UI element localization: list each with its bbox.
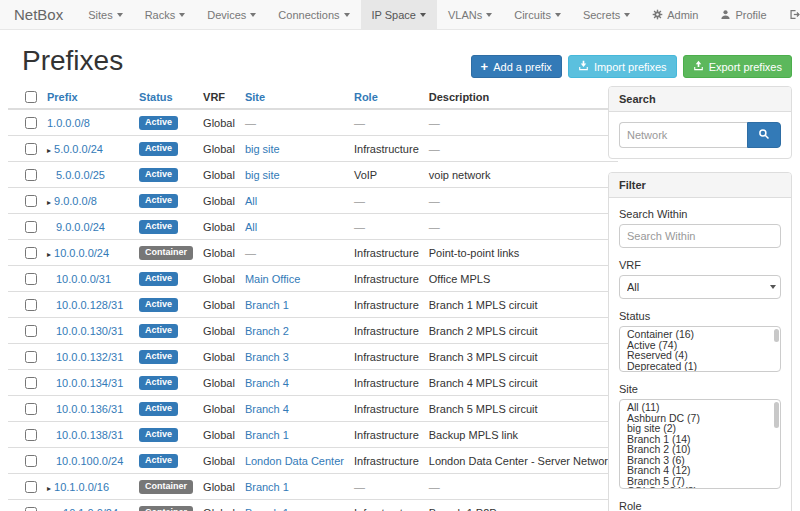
- row-checkbox[interactable]: [25, 429, 37, 441]
- empty-value: —: [354, 195, 365, 207]
- site-link[interactable]: big site: [245, 143, 280, 155]
- prefix-link[interactable]: 10.0.0.128/31: [56, 299, 123, 311]
- prefix-link[interactable]: 10.0.0.138/31: [56, 429, 123, 441]
- prefix-link[interactable]: 5.0.0.0/24: [54, 143, 103, 155]
- row-checkbox[interactable]: [25, 377, 37, 389]
- column-header-role[interactable]: Role: [349, 86, 424, 109]
- prefix-link[interactable]: 10.0.0.136/31: [56, 403, 123, 415]
- nav-admin[interactable]: Admin: [641, 0, 709, 29]
- nav-item-vlans[interactable]: VLANs: [437, 0, 503, 29]
- nav-item-ip-space[interactable]: IP Space: [361, 0, 437, 29]
- select-all-checkbox[interactable]: [25, 91, 37, 103]
- prefix-link[interactable]: 10.0.0.134/31: [56, 377, 123, 389]
- listbox-option[interactable]: big site (2): [620, 423, 780, 434]
- vrf-cell: Global: [198, 292, 240, 318]
- export-prefixes-button[interactable]: Export prefixes: [683, 55, 792, 78]
- prefix-link[interactable]: 10.0.100.0/24: [56, 455, 123, 467]
- prefix-link[interactable]: 5.0.0.0/25: [56, 169, 105, 181]
- row-checkbox[interactable]: [25, 247, 37, 259]
- site-link[interactable]: Branch 1: [245, 299, 289, 311]
- vrf-label: VRF: [619, 259, 781, 271]
- search-button[interactable]: [747, 122, 781, 148]
- scrollbar-thumb[interactable]: [774, 329, 779, 342]
- prefix-link[interactable]: 9.0.0.0/24: [56, 221, 105, 233]
- prefix-link[interactable]: 10.0.0.130/31: [56, 325, 123, 337]
- site-link[interactable]: All: [245, 195, 257, 207]
- add-prefix-button[interactable]: + Add a prefix: [471, 55, 562, 78]
- tree-indent: [47, 438, 56, 439]
- column-header-status[interactable]: Status: [134, 86, 198, 109]
- nav-item-secrets[interactable]: Secrets: [572, 0, 641, 29]
- row-checkbox[interactable]: [25, 195, 37, 207]
- nav-logout[interactable]: Log out: [778, 0, 800, 29]
- listbox-option[interactable]: All (11): [620, 402, 780, 413]
- site-link[interactable]: Branch 4: [245, 377, 289, 389]
- import-prefixes-button[interactable]: Import prefixes: [568, 55, 677, 78]
- site-link[interactable]: Branch 4: [245, 403, 289, 415]
- column-header-site[interactable]: Site: [240, 86, 349, 109]
- nav-item-racks[interactable]: Racks: [134, 0, 197, 29]
- site-link[interactable]: Branch 1: [245, 429, 289, 441]
- row-checkbox[interactable]: [25, 455, 37, 467]
- prefix-link[interactable]: 10.0.0.0/24: [54, 247, 109, 259]
- prefix-link[interactable]: 1.0.0.0/8: [47, 117, 90, 129]
- description-cell: Point-to-point links: [424, 240, 619, 266]
- nav-item-connections[interactable]: Connections: [267, 0, 360, 29]
- tree-indent: [47, 334, 56, 335]
- status-badge: Container: [139, 246, 193, 260]
- nav-item-circuits[interactable]: Circuits: [503, 0, 572, 29]
- site-link[interactable]: big site: [245, 169, 280, 181]
- row-checkbox[interactable]: [25, 299, 37, 311]
- row-checkbox[interactable]: [25, 481, 37, 493]
- table-header-row: PrefixStatusVRFSiteRoleDescription: [8, 86, 618, 109]
- listbox-option[interactable]: Container (16): [620, 329, 780, 340]
- listbox-option[interactable]: Deprecated (1): [620, 361, 780, 372]
- site-link[interactable]: Branch 3: [245, 351, 289, 363]
- site-link[interactable]: All: [245, 221, 257, 233]
- site-link[interactable]: Branch 2: [245, 325, 289, 337]
- nav-item-sites[interactable]: Sites: [77, 0, 133, 29]
- vrf-select[interactable]: All: [619, 275, 781, 299]
- table-row: 5.0.0.0/25ActiveGlobalbig siteVoIPvoip n…: [8, 162, 618, 188]
- site-link[interactable]: Branch 1: [245, 481, 289, 493]
- role-value: Infrastructure: [354, 455, 419, 467]
- site-link[interactable]: Main Office: [245, 273, 300, 285]
- row-checkbox[interactable]: [25, 403, 37, 415]
- role-cell: Infrastructure: [349, 448, 424, 474]
- scrollbar-thumb[interactable]: [774, 402, 779, 428]
- nav-item-devices[interactable]: Devices: [196, 0, 267, 29]
- table-row: ▸10.0.0.0/24ContainerGlobal—Infrastructu…: [8, 240, 618, 266]
- row-checkbox[interactable]: [25, 169, 37, 181]
- prefix-link[interactable]: 10.0.0.0/31: [56, 273, 111, 285]
- brand-logo[interactable]: NetBox: [0, 0, 77, 29]
- listbox-option[interactable]: Branch 2 (10): [620, 444, 780, 455]
- site-link[interactable]: London Data Center: [245, 455, 344, 467]
- role-label: Role: [619, 500, 781, 511]
- row-checkbox[interactable]: [25, 221, 37, 233]
- prefix-link[interactable]: 10.0.0.132/31: [56, 351, 123, 363]
- site-listbox[interactable]: All (11)Ashburn DC (7)big site (2)Branch…: [619, 399, 781, 489]
- listbox-option[interactable]: Reserved (4): [620, 350, 780, 361]
- status-listbox[interactable]: Container (16)Active (74)Reserved (4)Dep…: [619, 326, 781, 372]
- search-within-label: Search Within: [619, 208, 781, 220]
- status-cell: Active: [134, 370, 198, 396]
- row-checkbox[interactable]: [25, 325, 37, 337]
- site-link[interactable]: Branch 1: [245, 507, 289, 511]
- prefix-link[interactable]: 9.0.0.0/8: [54, 195, 97, 207]
- row-checkbox[interactable]: [25, 351, 37, 363]
- row-checkbox[interactable]: [25, 143, 37, 155]
- prefix-link[interactable]: 10.1.0.0/24: [63, 507, 118, 511]
- column-header-prefix[interactable]: Prefix: [42, 86, 134, 109]
- listbox-option[interactable]: COLO-1-24 (3): [620, 486, 780, 489]
- prefix-link[interactable]: 10.1.0.0/16: [54, 481, 109, 493]
- tree-indent: [47, 386, 56, 387]
- row-checkbox[interactable]: [25, 117, 37, 129]
- search-within-input[interactable]: [619, 224, 781, 248]
- nav-profile[interactable]: Profile: [709, 0, 777, 29]
- role-cell: Infrastructure: [349, 240, 424, 266]
- listbox-option[interactable]: Branch 4 (12): [620, 465, 780, 476]
- site-cell: All: [240, 188, 349, 214]
- row-checkbox[interactable]: [25, 273, 37, 285]
- row-checkbox[interactable]: [25, 507, 37, 511]
- search-input[interactable]: [619, 122, 747, 148]
